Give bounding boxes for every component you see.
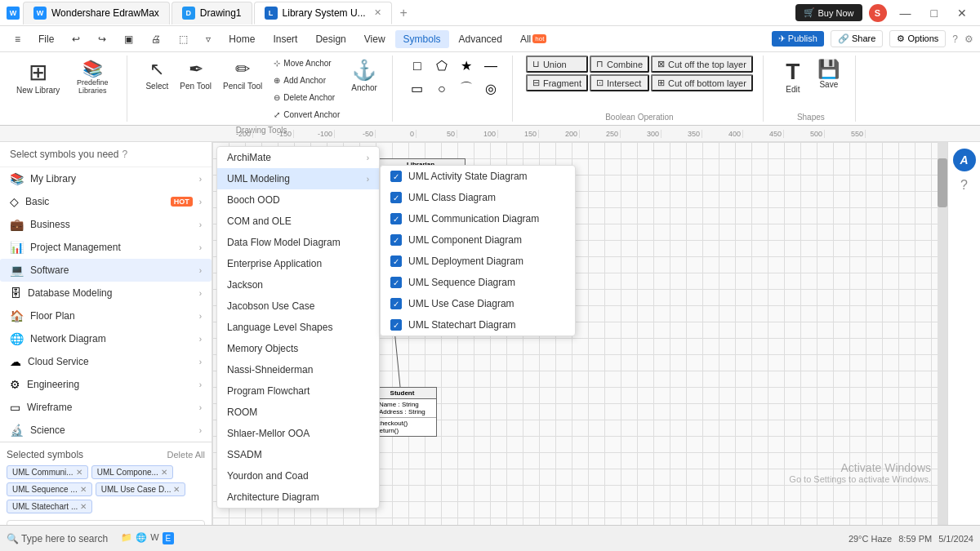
- menu-undo[interactable]: ↩: [64, 30, 88, 48]
- dropdown-yourdon[interactable]: Yourdon and Coad: [217, 465, 379, 487]
- dropdown-shlaer[interactable]: Shlaer-Mellor OOA: [217, 423, 379, 444]
- close-button[interactable]: ✕: [951, 7, 973, 20]
- menu-save[interactable]: ▣: [116, 30, 141, 48]
- sidebar-item-network[interactable]: 🌐 Network Diagram ›: [0, 327, 212, 350]
- combine-button[interactable]: ⊓ Combine: [590, 56, 649, 73]
- cut-top-button[interactable]: ⊠ Cut off the top layer: [651, 56, 753, 73]
- uml-statechart-checkbox[interactable]: ✓: [390, 319, 402, 331]
- taskbar-browser[interactable]: 🌐: [136, 532, 147, 544]
- shape-curve-btn[interactable]: ⌒: [455, 78, 478, 100]
- uml-activity-checkbox[interactable]: ✓: [390, 171, 402, 182]
- menu-hamburger[interactable]: ≡: [7, 30, 29, 48]
- add-tab-button[interactable]: +: [394, 6, 414, 20]
- buy-now-button[interactable]: 🛒 Buy Now: [795, 4, 862, 21]
- sidebar-item-basic[interactable]: ◇ Basic HOT ›: [0, 190, 212, 213]
- sidebar-help-icon[interactable]: ?: [122, 149, 127, 160]
- tab-library[interactable]: L Library System U... ✕: [254, 2, 392, 24]
- new-library-button[interactable]: ⊞ New Library: [10, 56, 66, 98]
- uml-sequence-item[interactable]: ✓ UML Sequence Diagram: [381, 272, 575, 293]
- dropdown-com[interactable]: COM and OLE: [217, 211, 379, 232]
- taskbar-edraw[interactable]: E: [163, 532, 175, 544]
- sidebar-item-science[interactable]: 🔬 Science ›: [0, 419, 212, 442]
- sidebar-item-database[interactable]: 🗄 Database Modeling ›: [0, 282, 212, 304]
- menu-home[interactable]: Home: [220, 30, 263, 48]
- uml-usecase-checkbox[interactable]: ✓: [390, 298, 402, 309]
- shape-rect2-btn[interactable]: ▭: [406, 78, 429, 100]
- union-button[interactable]: ⊔ Union: [526, 56, 588, 73]
- menu-all[interactable]: All hot: [512, 30, 555, 48]
- uml-component-item[interactable]: ✓ UML Component Diagram: [381, 229, 575, 251]
- maximize-button[interactable]: □: [924, 7, 944, 20]
- sidebar-item-my-library[interactable]: 📚 My Library ›: [0, 167, 212, 190]
- options-button[interactable]: ⚙ Options: [889, 30, 946, 47]
- pen-tool-button[interactable]: ✒ Pen Tool: [175, 56, 216, 94]
- taskbar-search[interactable]: 🔍 Type here to search: [7, 533, 108, 544]
- share-button[interactable]: 🔗 Share: [831, 30, 883, 47]
- uml-sequence-checkbox[interactable]: ✓: [390, 277, 402, 288]
- scrollbar-thumb[interactable]: [938, 158, 947, 207]
- menu-design[interactable]: Design: [307, 30, 354, 48]
- dropdown-nassi[interactable]: Nassi-Shneiderman: [217, 359, 379, 380]
- dropdown-memory[interactable]: Memory Objects: [217, 338, 379, 359]
- tab-library-close[interactable]: ✕: [374, 7, 381, 18]
- convert-anchor-button[interactable]: ⤢ Convert Anchor: [269, 107, 345, 122]
- tab-drawing1[interactable]: D Drawing1: [172, 2, 252, 24]
- select-button[interactable]: ↖ Select: [140, 56, 173, 94]
- dropdown-architecture[interactable]: Architecture Diagram: [217, 487, 379, 508]
- taskbar-word[interactable]: W: [150, 532, 158, 544]
- dropdown-dataflow[interactable]: Data Flow Model Diagram: [217, 232, 379, 253]
- tag-3-close[interactable]: ✕: [80, 485, 87, 494]
- publish-button[interactable]: ✈ Publish: [772, 31, 824, 47]
- taskbar-file-manager[interactable]: 📁: [121, 532, 132, 544]
- canvas-area[interactable]: Catalog - AdminName : String - bookCatal…: [212, 142, 980, 525]
- settings-icon[interactable]: ⚙: [964, 33, 973, 45]
- tag-2-close[interactable]: ✕: [161, 468, 167, 477]
- uml-class-checkbox[interactable]: ✓: [390, 192, 402, 203]
- vertical-scrollbar[interactable]: [938, 142, 947, 525]
- tag-1-close[interactable]: ✕: [76, 468, 82, 477]
- save-shapes-button[interactable]: 💾 Save: [813, 56, 845, 97]
- uml-class-item[interactable]: ✓ UML Class Diagram: [381, 187, 575, 208]
- dropdown-uml-modeling[interactable]: UML Modeling ›: [217, 168, 379, 189]
- shape-line-btn[interactable]: —: [479, 56, 502, 76]
- tag-5-close[interactable]: ✕: [80, 502, 87, 511]
- acrobat-icon[interactable]: A: [953, 149, 976, 171]
- menu-symbols[interactable]: Symbols: [395, 30, 449, 48]
- menu-insert[interactable]: Insert: [265, 30, 305, 48]
- user-avatar[interactable]: S: [869, 4, 887, 22]
- dropdown-jackson[interactable]: Jackson: [217, 274, 379, 295]
- menu-advanced[interactable]: Advanced: [451, 30, 510, 48]
- delete-anchor-button[interactable]: ⊖ Delete Anchor: [269, 90, 345, 105]
- dropdown-ssadm[interactable]: SSADM: [217, 444, 379, 465]
- intersect-button[interactable]: ⊡ Intersect: [590, 74, 649, 91]
- dropdown-language-level[interactable]: Language Level Shapes: [217, 317, 379, 338]
- shape-ring-btn[interactable]: ◎: [479, 78, 502, 100]
- sidebar-item-software[interactable]: 💻 Software ›: [0, 259, 212, 282]
- pencil-tool-button[interactable]: ✏ Pencil Tool: [218, 56, 267, 94]
- uml-component-checkbox[interactable]: ✓: [390, 234, 402, 246]
- menu-view[interactable]: View: [356, 30, 394, 48]
- anchor-button[interactable]: ⚓ Anchor: [346, 56, 382, 96]
- uml-communication-item[interactable]: ✓ UML Communication Diagram: [381, 208, 575, 229]
- uml-deployment-item[interactable]: ✓ UML Deployment Diagram: [381, 251, 575, 272]
- fragment-button[interactable]: ⊟ Fragment: [526, 74, 588, 91]
- menu-file[interactable]: File: [30, 30, 62, 48]
- shape-star-btn[interactable]: ★: [455, 56, 478, 76]
- edit-text-button[interactable]: T Edit: [777, 56, 809, 97]
- delete-all-button[interactable]: Delete All: [167, 450, 205, 460]
- menu-more[interactable]: ▿: [198, 30, 219, 48]
- dropdown-flowchart[interactable]: Program Flowchart: [217, 380, 379, 402]
- sidebar-item-engineering[interactable]: ⚙ Engineering ›: [0, 373, 212, 396]
- dropdown-archimate[interactable]: ArchiMate ›: [217, 147, 379, 168]
- right-panel-help[interactable]: ?: [960, 178, 968, 193]
- add-anchor-button[interactable]: ⊕ Add Anchor: [269, 73, 345, 88]
- cut-bottom-button[interactable]: ⊞ Cut off bottom layer: [651, 74, 753, 91]
- sidebar-item-business[interactable]: 💼 Business ›: [0, 213, 212, 236]
- dropdown-room[interactable]: ROOM: [217, 402, 379, 423]
- uml-communication-checkbox[interactable]: ✓: [390, 213, 402, 224]
- dropdown-booch[interactable]: Booch OOD: [217, 189, 379, 211]
- move-anchor-button[interactable]: ⊹ Move Anchor: [269, 56, 345, 71]
- dropdown-enterprise[interactable]: Enterprise Application: [217, 253, 379, 274]
- menu-export[interactable]: ⬚: [171, 30, 196, 48]
- predefine-libraries-button[interactable]: 📚 Predefine Libraries: [68, 56, 117, 98]
